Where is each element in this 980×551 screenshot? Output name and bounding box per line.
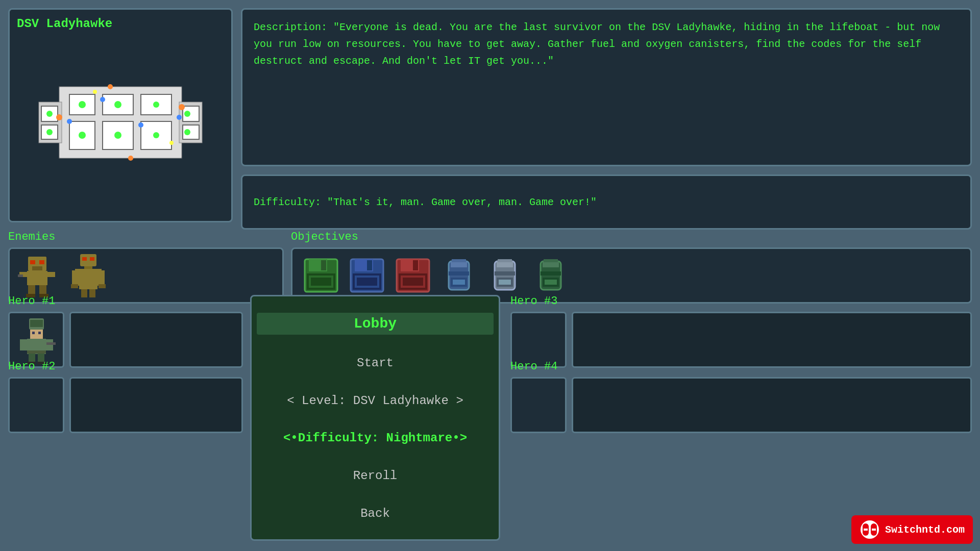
- svg-rect-38: [27, 271, 47, 285]
- svg-point-14: [79, 101, 86, 108]
- svg-rect-52: [72, 270, 79, 286]
- svg-point-32: [93, 90, 97, 94]
- svg-point-26: [67, 119, 72, 124]
- lobby-start[interactable]: Start: [257, 354, 494, 372]
- hero1-row: [8, 312, 243, 368]
- svg-rect-84: [498, 259, 512, 262]
- svg-point-29: [179, 104, 185, 110]
- svg-point-18: [114, 132, 121, 139]
- svg-rect-63: [311, 278, 331, 286]
- svg-rect-69: [357, 278, 377, 286]
- hero2-label: Hero #2: [8, 360, 243, 373]
- svg-rect-53: [97, 270, 105, 286]
- ship-svg: [29, 46, 212, 199]
- switch-logo-icon: [860, 519, 880, 540]
- svg-point-28: [56, 114, 62, 120]
- svg-rect-112: [872, 529, 876, 531]
- svg-rect-48: [90, 257, 94, 261]
- svg-point-23: [184, 129, 190, 135]
- lobby-menu[interactable]: Lobby Start < Level: DSV Ladyhawke > <•D…: [250, 295, 500, 541]
- enemy-2-sprite: [68, 253, 109, 298]
- svg-rect-40: [47, 272, 55, 277]
- enemies-section: Enemies: [8, 231, 284, 304]
- svg-rect-47: [82, 257, 87, 261]
- svg-rect-97: [32, 332, 35, 334]
- lobby-back[interactable]: Back: [257, 504, 494, 523]
- hero4-row: [510, 377, 972, 433]
- gray-canister-icon: [486, 257, 523, 294]
- hero2-row: [8, 377, 243, 433]
- hero4-info: [572, 377, 972, 433]
- svg-rect-85: [495, 271, 515, 276]
- svg-point-19: [153, 132, 159, 138]
- game-ui: DSV Ladyhawke: [0, 0, 980, 551]
- hero2-avatar: [8, 377, 64, 433]
- svg-point-25: [138, 122, 143, 128]
- svg-rect-75: [403, 278, 423, 286]
- svg-rect-93: [545, 280, 557, 285]
- difficulty-panel: Difficulty: "That's it, man. Game over, …: [241, 174, 972, 230]
- svg-rect-103: [46, 342, 56, 345]
- svg-rect-95: [30, 320, 43, 327]
- svg-point-17: [79, 132, 86, 139]
- svg-rect-79: [449, 271, 469, 276]
- enemy-1-sprite: [17, 254, 58, 297]
- svg-rect-101: [20, 339, 27, 350]
- hero3-row: [510, 312, 972, 368]
- svg-rect-96: [30, 330, 43, 339]
- hero1-avatar: [8, 312, 64, 368]
- svg-rect-100: [27, 350, 46, 354]
- switch-badge-text: Switchntd.com: [885, 524, 965, 536]
- lobby-difficulty[interactable]: <•Difficulty: Nightmare•>: [257, 429, 494, 447]
- map-panel: DSV Ladyhawke: [8, 8, 233, 222]
- svg-rect-51: [79, 274, 97, 289]
- svg-rect-66: [367, 260, 372, 270]
- hero3-section: Hero #3: [510, 295, 972, 368]
- description-text: Description: "Everyone is dead. You are …: [254, 19, 959, 69]
- hero3-avatar: [510, 312, 567, 368]
- svg-rect-91: [541, 271, 561, 276]
- hero3-info: [572, 312, 972, 368]
- svg-point-21: [46, 129, 53, 135]
- svg-rect-111: [864, 529, 868, 531]
- svg-point-15: [114, 101, 121, 108]
- hero1-label: Hero #1: [8, 295, 243, 308]
- svg-rect-72: [413, 260, 418, 270]
- hero1-section: Hero #1: [8, 295, 243, 368]
- lobby-level[interactable]: < Level: DSV Ladyhawke >: [257, 391, 494, 410]
- svg-rect-55: [99, 284, 106, 288]
- svg-rect-81: [453, 280, 465, 285]
- svg-rect-36: [39, 260, 44, 264]
- ship-map: [17, 36, 224, 209]
- lobby-reroll[interactable]: Reroll: [257, 466, 494, 485]
- svg-point-16: [153, 102, 159, 108]
- svg-point-31: [128, 156, 133, 161]
- svg-rect-35: [30, 260, 35, 264]
- objectives-label: Objectives: [291, 231, 972, 243]
- svg-point-30: [108, 84, 113, 89]
- svg-point-27: [177, 115, 182, 120]
- svg-rect-78: [452, 259, 466, 262]
- svg-rect-87: [499, 280, 511, 285]
- description-panel: Description: "Everyone is dead. You are …: [241, 8, 972, 166]
- enemies-label: Enemies: [8, 231, 284, 243]
- hero1-sprite: [15, 316, 58, 364]
- lobby-title[interactable]: Lobby: [257, 313, 494, 335]
- red-floppy-icon: [395, 257, 431, 294]
- svg-point-33: [169, 141, 174, 145]
- hero4-section: Hero #4: [510, 360, 972, 433]
- svg-point-22: [184, 111, 190, 117]
- svg-rect-90: [544, 259, 558, 262]
- svg-rect-60: [321, 260, 326, 270]
- hero3-label: Hero #3: [510, 295, 972, 308]
- green-floppy-icon: [303, 257, 339, 294]
- svg-rect-37: [32, 266, 42, 270]
- hero4-avatar: [510, 377, 567, 433]
- map-title: DSV Ladyhawke: [17, 17, 224, 31]
- switch-badge: Switchntd.com: [851, 515, 973, 544]
- difficulty-text: Difficulty: "That's it, man. Game over, …: [254, 194, 597, 210]
- blue-canister-icon: [440, 257, 477, 294]
- svg-rect-98: [38, 332, 41, 334]
- hero2-info: [69, 377, 243, 433]
- hero2-section: Hero #2: [8, 360, 243, 433]
